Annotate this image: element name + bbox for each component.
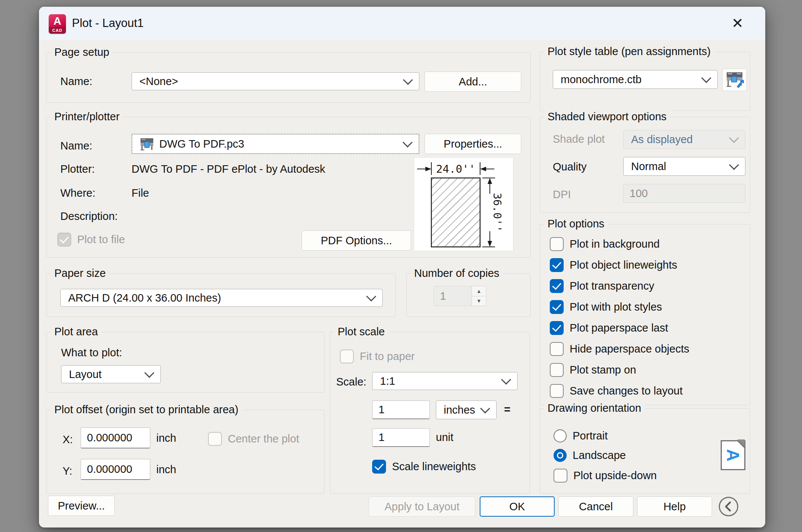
- plotter-label: Plotter:: [60, 163, 95, 175]
- plot-options-group: Plot options Plot in background Plot obj…: [540, 224, 750, 405]
- preview-button[interactable]: Preview...: [48, 496, 115, 516]
- less-options-button[interactable]: [719, 497, 738, 516]
- shaded-viewport-group: Shaded viewport options Shade plot As di…: [540, 117, 750, 213]
- drawing-units-input[interactable]: [372, 428, 430, 447]
- plot-option-label: Plot in background: [570, 238, 660, 250]
- plot-option-label: Save changes to layout: [570, 385, 682, 397]
- plot-style-group: Plot style table (pen assignments) monoc…: [540, 52, 750, 111]
- paper-units-select[interactable]: inches: [436, 400, 497, 419]
- plot-style-value: monochrome.ctb: [561, 73, 703, 86]
- properties-button[interactable]: Properties...: [425, 134, 521, 154]
- spin-down-icon[interactable]: ▼: [471, 296, 486, 306]
- plot-option-label: Plot transparency: [570, 280, 654, 292]
- chevron-down-icon: [402, 137, 413, 147]
- page-fold-corner: [736, 440, 745, 449]
- preview-height-dim: 36.0'': [491, 193, 504, 232]
- chevron-down-icon: [144, 368, 154, 378]
- paper-size-select[interactable]: ARCH D (24.00 x 36.00 Inches): [60, 289, 383, 307]
- scale-lineweights-label: Scale lineweights: [392, 460, 476, 473]
- y-offset-unit: inch: [156, 463, 176, 476]
- drawing-orientation-label: Drawing orientation: [544, 402, 645, 414]
- plot-upside-down-checkbox[interactable]: [554, 469, 567, 483]
- scale-value: 1:1: [380, 375, 503, 387]
- plot-to-file-checkbox: [57, 233, 71, 247]
- scale-label: Scale:: [336, 376, 367, 388]
- plot-stamp-on-checkbox[interactable]: [550, 363, 564, 377]
- what-to-plot-select[interactable]: Layout: [61, 365, 161, 383]
- chevron-down-icon: [403, 75, 413, 85]
- x-offset-input[interactable]: [81, 427, 150, 448]
- drawing-units-label: unit: [436, 431, 453, 444]
- what-to-plot-label: What to plot:: [61, 347, 122, 359]
- plot-style-editor-icon: [725, 71, 744, 89]
- chevron-down-icon: [701, 73, 711, 83]
- apply-to-layout-button: Apply to Layout: [369, 496, 475, 517]
- shaded-viewport-label: Shaded viewport options: [544, 111, 670, 123]
- ok-button[interactable]: OK: [480, 496, 555, 517]
- center-the-plot-checkbox: [208, 432, 222, 446]
- dialog-title: Plot - Layout1: [72, 7, 144, 40]
- chevron-down-icon: [501, 374, 511, 384]
- title-bar: A CAD Plot - Layout1 ✕: [39, 7, 765, 40]
- plot-option-label: Plot paperspace last: [570, 322, 668, 334]
- hide-paperspace-objects-checkbox[interactable]: [550, 342, 564, 356]
- paper-size-group: Paper size ARCH D (24.00 x 36.00 Inches): [46, 273, 396, 317]
- plot-option-label: Plot object lineweights: [570, 259, 677, 271]
- close-icon[interactable]: ✕: [726, 12, 749, 34]
- help-button[interactable]: Help: [637, 496, 712, 517]
- preview-width-dim: 24.0'': [436, 163, 476, 175]
- x-offset-label: X:: [63, 433, 73, 446]
- edit-plot-style-button[interactable]: [722, 69, 747, 91]
- scale-lineweights-checkbox[interactable]: [372, 460, 386, 474]
- fit-to-paper-label: Fit to paper: [360, 350, 415, 363]
- printer-name-value: DWG To PDF.pc3: [159, 138, 404, 150]
- plot-style-label: Plot style table (pen assignments): [544, 45, 714, 58]
- plot-option-label: Plot with plot styles: [570, 301, 662, 313]
- plot-paperspace-last-checkbox[interactable]: [550, 321, 564, 335]
- cancel-button[interactable]: Cancel: [558, 496, 633, 517]
- quality-label: Quality: [553, 161, 587, 173]
- add-button[interactable]: Add...: [425, 72, 521, 92]
- plot-transparency-checkbox[interactable]: [550, 279, 564, 293]
- chevron-down-icon: [366, 291, 376, 301]
- what-to-plot-value: Layout: [69, 368, 146, 381]
- plot-offset-label: Plot offset (origin set to printable are…: [51, 403, 242, 416]
- chevron-down-icon: [729, 160, 739, 170]
- quality-select[interactable]: Normal: [623, 157, 745, 176]
- landscape-label: Landscape: [573, 449, 626, 462]
- shade-plot-label: Shade plot: [553, 133, 605, 145]
- plot-in-background-checkbox[interactable]: [550, 237, 564, 251]
- spin-up-icon[interactable]: ▲: [471, 286, 486, 296]
- portrait-radio[interactable]: [554, 429, 567, 442]
- save-changes-to-layout-checkbox[interactable]: [550, 384, 564, 398]
- x-offset-unit: inch: [156, 432, 176, 444]
- plot-style-select[interactable]: monochrome.ctb: [553, 70, 718, 89]
- paper-units-input[interactable]: [372, 400, 430, 419]
- fit-to-paper-checkbox: [340, 350, 354, 363]
- scale-select[interactable]: 1:1: [372, 372, 518, 390]
- landscape-radio[interactable]: [554, 449, 567, 462]
- plotter-value: DWG To PDF - PDF ePlot - by Autodesk: [132, 163, 325, 175]
- pdf-options-button[interactable]: PDF Options...: [302, 230, 411, 251]
- page-setup-name-select[interactable]: <None>: [132, 72, 419, 90]
- plot-with-plot-styles-checkbox[interactable]: [550, 300, 564, 314]
- page-setup-name-value: <None>: [139, 75, 404, 88]
- printer-name-select[interactable]: DWG To PDF.pc3: [132, 134, 419, 154]
- dpi-label: DPI: [553, 188, 571, 201]
- where-value: File: [132, 187, 149, 199]
- printer-name-label: Name:: [60, 140, 92, 152]
- copies-spinner: ▲ ▼: [471, 286, 486, 306]
- printer-plotter-label: Printer/plotter: [51, 111, 123, 123]
- paper-preview: 24.0'' 36.0'': [414, 157, 513, 251]
- plot-scale-group: Plot scale Fit to paper Scale: 1:1 inche…: [330, 332, 530, 494]
- y-offset-input[interactable]: [81, 459, 150, 480]
- plot-options-label: Plot options: [544, 218, 608, 230]
- page-setup-name-label: Name:: [60, 75, 92, 88]
- copies-label: Number of copies: [410, 267, 503, 279]
- plot-area-label: Plot area: [51, 326, 102, 338]
- copies-input: 1: [434, 286, 472, 306]
- page-setup-label: Page setup: [51, 46, 113, 58]
- portrait-label: Portrait: [573, 430, 607, 442]
- center-the-plot-label: Center the plot: [228, 433, 299, 445]
- plot-object-lineweights-checkbox[interactable]: [550, 258, 564, 272]
